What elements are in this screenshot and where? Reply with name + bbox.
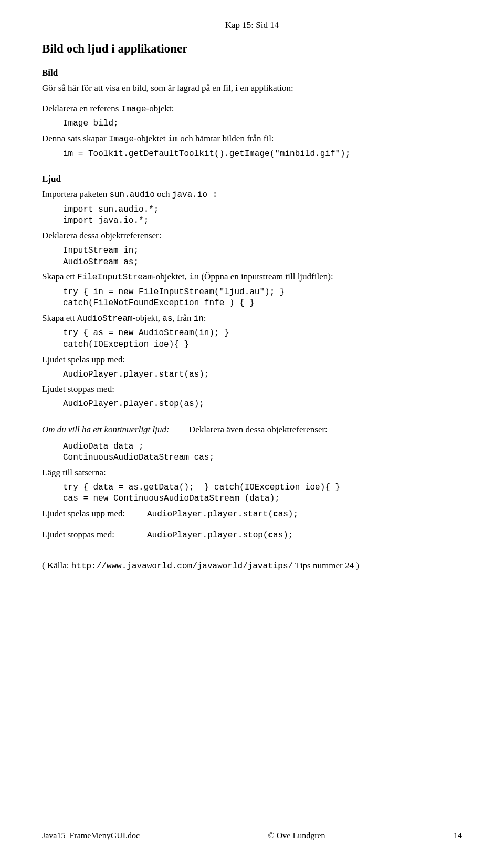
cont-intro-row: Om du vill ha ett kontinuerligt ljud: De…: [42, 424, 462, 439]
source-post: Tips nummer 24 ): [293, 560, 359, 570]
bild-decl: Deklarera en referens Image-objekt:: [42, 103, 462, 116]
text: Deklarera en referens: [42, 103, 121, 113]
code-block: im = Toolkit.getDefaultToolkit().getImag…: [42, 149, 462, 160]
text: Skapa ett: [42, 272, 77, 282]
code-block: try { in = new FileInputStream("ljud.au"…: [42, 287, 462, 309]
code-inline: in: [189, 273, 199, 282]
footer: Java15_FrameMenyGUI.doc © Ove Lundgren 1…: [42, 831, 462, 840]
ljud-as: Skapa ett AudioStream-objekt, as, från i…: [42, 313, 462, 325]
code-inline: AudioStream: [77, 314, 133, 324]
source-pre: ( Källa:: [42, 560, 71, 570]
page-header: Kap 15: Sid 14: [42, 20, 462, 30]
ljud-fis: Skapa ett FileInputStream-objektet, in (…: [42, 271, 462, 284]
text: Skapa ett: [42, 313, 77, 323]
code-inline: Image: [109, 134, 134, 144]
source-url: http://www.javaworld.com/javaworld/javat…: [71, 561, 293, 571]
code-block: import sun.audio.*; import java.io.*;: [42, 204, 462, 227]
cont-intro-left: Om du vill ha ett kontinuerligt ljud:: [42, 424, 189, 436]
cont-play-label: Ljudet spelas upp med:: [42, 508, 147, 520]
code-block: AudioPlayer.player.start(as);: [42, 369, 462, 381]
code-inline: sun.audio: [109, 190, 154, 200]
text: och: [155, 189, 172, 199]
text: (Öppna en inputstream till ljudfilen):: [199, 272, 333, 282]
bild-create: Denna sats skapar Image-objektet im och …: [42, 133, 462, 145]
code-block: InputStream in; AudioStream as;: [42, 245, 462, 268]
cont-stop-label: Ljudet stoppas med:: [42, 529, 147, 541]
code-inline: Image: [121, 105, 146, 114]
ljud-heading: Ljud: [42, 173, 462, 185]
code-inline: java.io :: [172, 190, 217, 200]
text: och hämtar bilden från fil:: [178, 133, 274, 143]
code-block: AudioPlayer.player.stop(as);: [42, 399, 462, 410]
text: Importera paketen: [42, 189, 109, 199]
bild-intro: Gör så här för att visa en bild, som är …: [42, 82, 462, 95]
ljud-decl: Deklarera dessa objektreferenser:: [42, 230, 462, 242]
text: -objektet,: [153, 272, 189, 282]
code-inline: im: [168, 134, 178, 144]
cont-intro-right: Deklarera även dessa objektreferenser:: [189, 424, 462, 436]
footer-center: © Ove Lundgren: [268, 831, 326, 840]
code-inline: in: [194, 314, 204, 324]
ljud-stop: Ljudet stoppas med:: [42, 383, 462, 396]
code-inline: AudioPlayer.player.start(cas);: [147, 509, 298, 519]
cont-stop-row: Ljudet stoppas med:AudioPlayer.player.st…: [42, 529, 462, 542]
code-block: try { data = as.getData(); } catch(IOExc…: [42, 482, 462, 505]
ljud-play: Ljudet spelas upp med:: [42, 354, 462, 366]
text: -objektet: [134, 133, 168, 143]
bild-heading: Bild: [42, 67, 462, 79]
footer-left: Java15_FrameMenyGUI.doc: [42, 831, 140, 840]
code-block: Image bild;: [42, 118, 462, 130]
source-line: ( Källa: http://www.javaworld.com/javawo…: [42, 560, 462, 573]
text: Denna sats skapar: [42, 133, 109, 143]
footer-right: 14: [454, 831, 462, 840]
cont-add: Lägg till satserna:: [42, 467, 462, 479]
title: Bild och ljud i applikationer: [42, 42, 462, 56]
code-inline: AudioPlayer.player.stop(cas);: [147, 530, 293, 540]
text: -objekt,: [133, 313, 163, 323]
text: -objekt:: [146, 103, 174, 113]
code-block: try { as = new AudioStream(in); } catch(…: [42, 328, 462, 350]
ljud-import: Importera paketen sun.audio och java.io …: [42, 189, 462, 201]
cont-play-row: Ljudet spelas upp med:AudioPlayer.player…: [42, 508, 462, 521]
text: , från: [173, 313, 194, 323]
text: :: [204, 313, 206, 323]
code-inline: FileInputStream: [77, 273, 153, 282]
code-inline: as: [162, 314, 172, 324]
page: Kap 15: Sid 14 Bild och ljud i applikati…: [0, 0, 504, 853]
code-block: AudioData data ; ContinuousAudioDataStre…: [42, 441, 462, 464]
